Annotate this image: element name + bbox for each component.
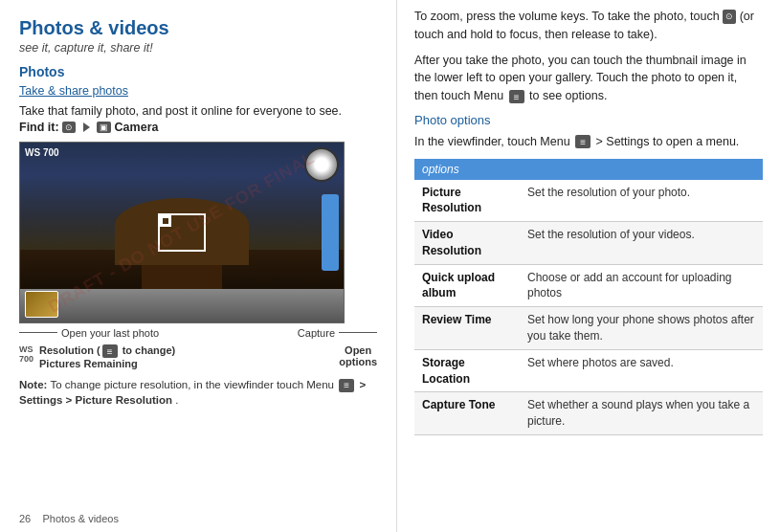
- take-share-link[interactable]: Take & share photos: [19, 84, 128, 98]
- ws-status-text: Resolution ( to change) Pictures Remaini…: [39, 344, 175, 369]
- camera-menu-icon: ▣: [97, 122, 111, 133]
- status-row: WS 700 Resolution ( to change) Pictures …: [19, 344, 377, 369]
- camera-shutter-icon[interactable]: [304, 147, 339, 182]
- note-label: Note:: [19, 379, 47, 390]
- note-text: To change picture resolution, in the vie…: [50, 379, 337, 390]
- intro-paragraph: To zoom, press the volume keys. To take …: [414, 8, 763, 44]
- find-it-label: Find it:: [19, 121, 59, 134]
- option-name: Picture Resolution: [414, 180, 520, 222]
- table-row: Picture ResolutionSet the resolution of …: [414, 180, 763, 222]
- ws-status-ws: WS: [19, 344, 33, 355]
- options-table: options Picture ResolutionSet the resolu…: [414, 159, 763, 436]
- road-area: [20, 289, 344, 322]
- table-row: Review TimeSet how long your phone shows…: [414, 307, 763, 350]
- camera-icon: ⊙: [62, 122, 76, 133]
- ws-status-700: 700: [19, 354, 33, 365]
- option-description: Set the resolution of your videos.: [520, 222, 763, 265]
- label-line-right: [339, 332, 377, 333]
- focus-box: [158, 213, 206, 252]
- camera-viewfinder: WS 700 DRAFT - DO NOT USE FOR FINAL: [19, 142, 345, 323]
- capture-button[interactable]: [322, 194, 339, 271]
- note-paragraph: Note: To change picture resolution, in t…: [19, 377, 377, 408]
- photos-heading: Photos: [19, 64, 377, 79]
- gallery-paragraph: After you take the photo, you can touch …: [414, 52, 763, 105]
- capture-label: Capture: [298, 327, 377, 339]
- option-description: Set where photos are saved.: [520, 349, 763, 392]
- option-name: Quick upload album: [414, 264, 520, 307]
- camera-icon-right: ⊙: [723, 10, 736, 25]
- table-header-row: options: [414, 159, 763, 180]
- arrow-right-icon: [83, 122, 90, 132]
- viewfinder-labels-row: Open your last photo Capture: [19, 327, 377, 339]
- option-name: Video Resolution: [414, 222, 520, 265]
- camera-label: Camera: [115, 121, 159, 134]
- table-row: Video ResolutionSet the resolution of yo…: [414, 222, 763, 265]
- ws-status-numbers: WS 700: [19, 344, 33, 366]
- page-title: Photos & videos: [19, 17, 377, 39]
- open-last-label: Open your last photo: [19, 327, 159, 339]
- menu-icon-inline: [102, 344, 118, 358]
- table-row: Capture ToneSet whether a sound plays wh…: [414, 392, 763, 435]
- table-row: Quick upload albumChoose or add an accou…: [414, 264, 763, 307]
- page-subtitle: see it, capture it, share it!: [19, 41, 377, 55]
- menu-icon-gallery: [509, 90, 524, 103]
- open-options-label: Open options: [339, 344, 377, 369]
- option-description: Set whether a sound plays when you take …: [520, 392, 763, 435]
- label-line-left: [19, 332, 57, 333]
- right-panel: To zoom, press the volume keys. To take …: [397, 0, 780, 532]
- option-name: Capture Tone: [414, 392, 520, 435]
- body-text: Take that family photo, and post it onli…: [19, 103, 377, 121]
- page-number: 26 Photos & videos: [19, 513, 119, 524]
- option-description: Set the resolution of your photo.: [520, 180, 763, 222]
- find-it-row: Find it: ⊙ ▣ Camera: [19, 121, 377, 134]
- ws-status-left: WS 700 Resolution ( to change) Pictures …: [19, 344, 175, 369]
- option-name: Storage Location: [414, 349, 520, 392]
- ws-number: 700: [43, 147, 59, 158]
- last-photo-thumbnail[interactable]: [25, 291, 58, 318]
- option-name: Review Time: [414, 307, 520, 350]
- menu-icon-note: [339, 379, 354, 392]
- table-row: Storage LocationSet where photos are sav…: [414, 349, 763, 392]
- table-header: options: [414, 159, 763, 180]
- resolution-label: Resolution ( to change): [39, 344, 175, 358]
- ws-badge: WS 700: [25, 147, 59, 158]
- left-panel: Photos & videos see it, capture it, shar…: [0, 0, 397, 532]
- photo-options-heading: Photo options: [414, 113, 763, 127]
- menu-icon-options: [575, 135, 591, 148]
- photo-options-intro: In the viewfinder, touch Menu > Settings…: [414, 133, 763, 151]
- option-description: Set how long your phone shows photos aft…: [520, 307, 763, 350]
- pictures-remaining-label: Pictures Remaining: [39, 358, 175, 369]
- ws-label: WS: [25, 147, 40, 158]
- option-description: Choose or add an account for uploading p…: [520, 264, 763, 307]
